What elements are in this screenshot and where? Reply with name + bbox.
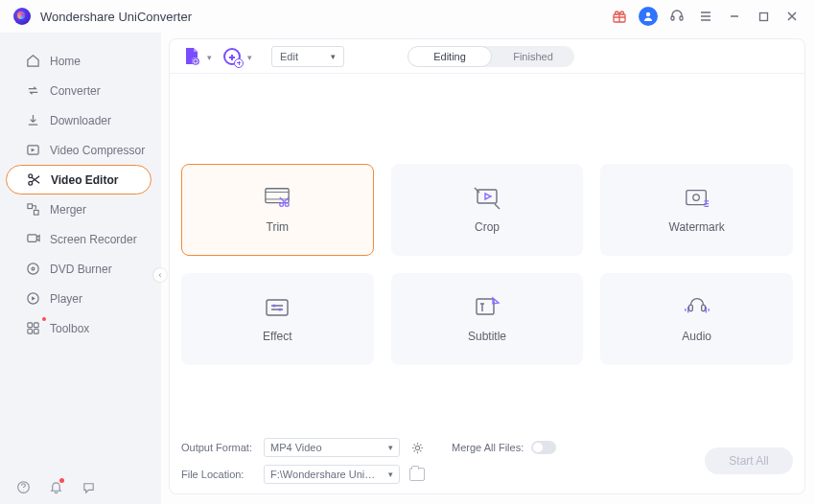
card-audio[interactable]: Audio (600, 273, 793, 365)
edit-dropdown-label: Edit (280, 51, 298, 62)
output-format-label: Output Format: (181, 442, 254, 453)
feedback-icon[interactable] (81, 479, 96, 494)
main-panel: ▾ ▾ Edit ▾ Editing Finished Trim Crop (169, 38, 805, 494)
add-file-button[interactable]: ▾ (183, 47, 202, 66)
file-location-label: File Location: (181, 469, 254, 480)
effect-icon (264, 295, 291, 320)
menu-icon[interactable] (694, 5, 717, 28)
svg-rect-10 (27, 235, 35, 242)
notifications-icon[interactable] (48, 479, 63, 494)
account-avatar[interactable] (637, 5, 660, 28)
svg-rect-17 (34, 329, 38, 333)
svg-point-22 (280, 203, 284, 207)
sidebar: Home Converter Downloader Video Compress… (0, 33, 161, 504)
card-label: Effect (263, 330, 291, 343)
svg-rect-8 (27, 204, 32, 209)
disc-icon (25, 262, 40, 277)
sidebar-item-player[interactable]: Player (6, 284, 151, 313)
card-watermark[interactable]: Watermark (600, 164, 793, 256)
card-trim[interactable]: Trim (181, 164, 374, 256)
editor-tiles: Trim Crop Watermark Effect Subtitle (181, 164, 793, 365)
segment-finished[interactable]: Finished (492, 46, 574, 67)
edit-dropdown[interactable]: Edit ▾ (271, 46, 344, 67)
card-label: Watermark (669, 220, 725, 234)
segment-editing[interactable]: Editing (408, 46, 492, 67)
close-button[interactable] (780, 5, 803, 28)
svg-rect-4 (759, 12, 767, 20)
sidebar-item-merger[interactable]: Merger (6, 195, 151, 224)
sidebar-item-label: Video Compressor (50, 144, 145, 157)
svg-point-26 (692, 195, 699, 201)
output-format-value: MP4 Video (270, 442, 322, 453)
svg-rect-30 (477, 299, 494, 314)
svg-point-33 (415, 446, 419, 449)
scissors-icon (26, 172, 41, 188)
sidebar-item-downloader[interactable]: Downloader (6, 105, 151, 135)
compressor-icon (25, 143, 40, 158)
sidebar-item-label: Toolbox (50, 322, 89, 335)
svg-point-12 (32, 267, 35, 270)
card-label: Trim (267, 220, 290, 234)
chevron-down-icon: ▾ (207, 53, 212, 62)
merge-all-label: Merge All Files: (452, 442, 524, 453)
sidebar-item-screen-recorder[interactable]: Screen Recorder (6, 224, 151, 254)
trim-icon (264, 186, 291, 211)
svg-point-6 (28, 174, 32, 178)
converter-icon (25, 83, 40, 99)
card-effect[interactable]: Effect (181, 273, 374, 365)
open-folder-button[interactable] (409, 468, 425, 481)
card-crop[interactable]: Crop (391, 164, 584, 256)
chevron-down-icon: ▾ (247, 53, 252, 62)
svg-point-1 (646, 12, 650, 16)
sidebar-item-dvd-burner[interactable]: DVD Burner (6, 254, 151, 284)
merge-all-toggle[interactable] (531, 441, 556, 454)
sidebar-item-toolbox[interactable]: Toolbox (6, 313, 151, 343)
recorder-icon (25, 232, 40, 247)
sidebar-item-label: Merger (50, 203, 86, 217)
svg-rect-25 (686, 191, 706, 205)
chevron-down-icon: ▾ (388, 470, 393, 479)
add-media-button[interactable]: ▾ (223, 48, 241, 65)
player-icon (25, 291, 40, 307)
merger-icon (25, 202, 40, 218)
card-label: Audio (682, 330, 711, 343)
file-location-select[interactable]: F:\Wondershare UniConverter ▾ (264, 465, 400, 484)
sidebar-item-label: DVD Burner (50, 263, 112, 276)
card-subtitle[interactable]: Subtitle (391, 273, 584, 365)
toolbar: ▾ ▾ Edit ▾ Editing Finished (170, 39, 804, 74)
app-logo (13, 8, 31, 25)
svg-point-28 (273, 304, 276, 307)
home-icon (25, 54, 40, 69)
gift-icon[interactable] (608, 5, 631, 28)
sidebar-item-label: Video Editor (51, 173, 118, 187)
svg-rect-3 (680, 16, 683, 20)
svg-point-29 (279, 308, 282, 310)
svg-rect-15 (34, 323, 38, 328)
file-location-value: F:\Wondershare UniConverter (270, 469, 382, 480)
subtitle-icon (474, 295, 501, 320)
bottom-bar: Output Format: MP4 Video ▾ Merge All Fil… (181, 438, 793, 484)
toolbox-icon (25, 321, 40, 336)
start-all-button[interactable]: Start All (705, 447, 793, 474)
support-icon[interactable] (665, 5, 688, 28)
minimize-button[interactable] (723, 5, 746, 28)
card-label: Crop (475, 220, 500, 234)
svg-rect-9 (34, 210, 38, 215)
sidebar-item-video-editor[interactable]: Video Editor (6, 165, 151, 195)
output-format-select[interactable]: MP4 Video ▾ (264, 438, 400, 457)
settings-icon[interactable] (409, 440, 425, 455)
sidebar-item-compressor[interactable]: Video Compressor (6, 135, 151, 165)
sidebar-footer (15, 479, 96, 494)
maximize-button[interactable] (752, 5, 775, 28)
svg-point-23 (286, 203, 290, 207)
crop-icon (474, 186, 501, 211)
help-icon[interactable] (15, 479, 31, 494)
sidebar-collapse-button[interactable]: ‹ (153, 268, 167, 282)
svg-rect-2 (671, 16, 674, 20)
svg-rect-24 (477, 190, 497, 203)
svg-rect-16 (27, 329, 32, 333)
app-title: Wondershare UniConverter (40, 10, 192, 24)
sidebar-item-home[interactable]: Home (6, 46, 151, 76)
sidebar-item-converter[interactable]: Converter (6, 76, 151, 105)
svg-point-7 (28, 181, 32, 185)
